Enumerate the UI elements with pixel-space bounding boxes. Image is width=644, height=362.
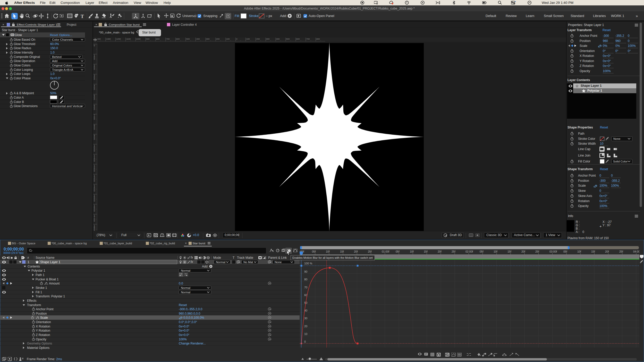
svg-text:0: 0	[94, 68, 95, 70]
svg-text:1300: 1300	[106, 38, 111, 40]
svg-text:200: 200	[216, 38, 220, 40]
svg-text:0: 0	[94, 118, 95, 120]
svg-text:0: 0	[94, 170, 95, 172]
svg-text:80: 80	[304, 278, 307, 281]
svg-text:0: 0	[94, 98, 95, 100]
svg-text:1100: 1100	[126, 38, 131, 40]
svg-text:700: 700	[166, 38, 170, 40]
svg-text:x: x	[468, 353, 469, 355]
svg-text:800: 800	[316, 38, 320, 40]
svg-text:05f: 05f	[396, 250, 400, 253]
svg-text:1400: 1400	[97, 38, 101, 40]
svg-text:600: 600	[176, 38, 180, 40]
svg-text:300: 300	[266, 38, 270, 40]
svg-text:01:00f: 01:00f	[382, 250, 389, 253]
svg-text:400: 400	[196, 38, 200, 40]
svg-text:03:00f: 03:00f	[549, 250, 557, 253]
svg-text:0: 0	[94, 138, 95, 140]
svg-text:600: 600	[296, 38, 300, 40]
svg-text:0: 0	[94, 160, 95, 162]
svg-text:0: 0	[94, 108, 95, 110]
svg-text:25f: 25f	[619, 250, 623, 253]
svg-text:100 %: 100 %	[304, 262, 312, 265]
svg-text:05f: 05f	[480, 250, 484, 253]
svg-text:15f: 15f	[424, 250, 428, 253]
svg-text:05f: 05f	[312, 250, 316, 253]
svg-text:0: 0	[94, 78, 95, 80]
svg-text:15f: 15f	[507, 250, 511, 253]
svg-text:02:00f: 02:00f	[465, 250, 473, 253]
svg-text:500: 500	[186, 38, 190, 40]
svg-text:0: 0	[94, 128, 95, 130]
svg-text:25f: 25f	[452, 250, 455, 253]
svg-text:0: 0	[94, 200, 95, 202]
svg-text:10: 10	[304, 332, 307, 335]
svg-text:20f: 20f	[354, 250, 358, 253]
svg-text:70: 70	[304, 286, 307, 289]
svg-text:100: 100	[226, 38, 230, 40]
svg-text:20: 20	[304, 325, 307, 328]
svg-text:700: 700	[306, 38, 310, 40]
svg-text:200: 200	[256, 38, 260, 40]
svg-text:1000: 1000	[136, 38, 141, 40]
svg-text:0: 0	[94, 180, 95, 182]
svg-text:300: 300	[206, 38, 210, 40]
svg-text:0: 0	[94, 220, 95, 222]
svg-text:0: 0	[94, 58, 95, 60]
svg-text:0: 0	[94, 189, 95, 192]
svg-text:0: 0	[94, 44, 95, 47]
svg-text:1200: 1200	[116, 38, 121, 40]
svg-text:0: 0	[94, 88, 95, 90]
svg-text:30: 30	[304, 317, 307, 320]
svg-text:20f: 20f	[521, 250, 525, 253]
svg-text:10f: 10f	[577, 250, 581, 253]
svg-text:20f: 20f	[438, 250, 442, 253]
svg-text:15f: 15f	[591, 250, 595, 253]
svg-text:25f: 25f	[368, 250, 372, 253]
svg-text:10f: 10f	[410, 250, 414, 253]
svg-text:20f: 20f	[605, 250, 609, 253]
svg-text:90: 90	[304, 270, 307, 273]
svg-text:400: 400	[276, 38, 280, 40]
svg-text:800: 800	[156, 38, 160, 40]
svg-text:0: 0	[94, 210, 95, 212]
svg-text:05f: 05f	[563, 250, 567, 253]
svg-text:04:00f: 04:00f	[633, 250, 639, 253]
svg-text:0: 0	[236, 38, 238, 40]
svg-text:25f: 25f	[535, 250, 539, 253]
svg-text:0: 0	[304, 340, 306, 343]
svg-text:10f: 10f	[494, 250, 497, 253]
svg-text:900: 900	[146, 38, 150, 40]
svg-text:100: 100	[246, 38, 250, 40]
svg-text:0: 0	[94, 150, 95, 152]
svg-text:500: 500	[286, 38, 290, 40]
svg-text:10f: 10f	[326, 250, 330, 253]
svg-text:15f: 15f	[340, 250, 344, 253]
